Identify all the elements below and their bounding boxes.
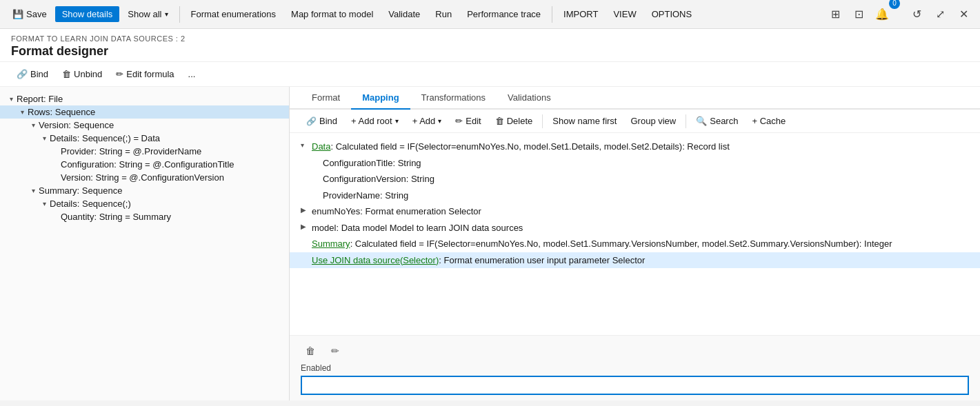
pencil-icon: ✏ <box>116 69 123 79</box>
tree-label: Summary: Sequence <box>39 185 122 196</box>
validate-button[interactable]: Validate <box>381 6 427 22</box>
save-icon: 💾 <box>12 9 23 19</box>
grid-icon-button[interactable]: ⊞ <box>824 3 846 26</box>
notification-badge: 0 <box>889 0 900 9</box>
trash-icon: 🗑 <box>306 345 315 356</box>
bottom-delete-button[interactable]: 🗑 <box>301 341 320 361</box>
cache-button[interactable]: + Cache <box>746 114 791 128</box>
badge-container: 🔔 0 <box>871 3 904 26</box>
top-toolbar: 💾 Save Show details Show all ▾ Format en… <box>0 0 980 29</box>
tree-arrow: ▾ <box>301 140 312 149</box>
tree-label: Quantity: String = Summary <box>61 212 171 222</box>
more-button[interactable]: ... <box>183 67 201 81</box>
group-view-button[interactable]: Group view <box>625 114 681 128</box>
map-text: ConfigurationVersion: String <box>323 172 434 186</box>
edit-button[interactable]: ✏ Edit <box>450 114 486 128</box>
tree-item-rows-sequence[interactable]: ▾ Rows: Sequence <box>0 105 289 119</box>
chevron-down-icon: ▾ <box>165 10 168 18</box>
options-button[interactable]: OPTIONS <box>645 6 699 22</box>
underline-text: Summary <box>312 238 350 249</box>
unbind-button[interactable]: 🗑 Unbind <box>57 67 108 81</box>
show-all-button[interactable]: Show all ▾ <box>121 6 174 22</box>
main-layout: ▾ Report: File ▾ Rows: Sequence ▾ Versio… <box>0 87 980 400</box>
office-icon-button[interactable]: ⊡ <box>848 3 870 26</box>
underline-text: Data <box>312 141 330 152</box>
run-button[interactable]: Run <box>428 6 459 22</box>
map-text: ProviderName: String <box>323 189 408 203</box>
tree-arrow <box>312 189 323 190</box>
toolbar-separator <box>179 6 180 23</box>
delete-button[interactable]: 🗑 Delete <box>490 114 539 128</box>
tree-item-provider[interactable]: Provider: String = @.ProviderName <box>0 145 289 158</box>
tree-arrow: ▾ <box>6 95 17 103</box>
map-item-configtitle[interactable]: ConfigurationTitle: String <box>290 155 980 172</box>
tree-label: Version: Sequence <box>39 120 114 130</box>
map-item-enumnoyes[interactable]: ▶ enumNoYes: Format enumeration Selector <box>290 203 980 220</box>
tab-mapping[interactable]: Mapping <box>351 87 410 110</box>
show-name-first-button[interactable]: Show name first <box>547 114 622 128</box>
refresh-button[interactable]: ↺ <box>906 3 928 26</box>
tab-validations[interactable]: Validations <box>497 87 562 110</box>
map-item-configversion[interactable]: ConfigurationVersion: String <box>290 171 980 187</box>
mapping-separator-2 <box>686 114 686 128</box>
tree-item-version-string[interactable]: Version: String = @.ConfigurationVersion <box>0 171 289 184</box>
map-text: enumNoYes: Format enumeration Selector <box>312 205 481 219</box>
format-enumerations-button[interactable]: Format enumerations <box>184 6 283 22</box>
mapping-bind-button[interactable]: 🔗 Bind <box>301 114 343 128</box>
link-icon: 🔗 <box>306 116 317 126</box>
tree-arrow: ▾ <box>28 121 39 129</box>
tree-label: Report: File <box>17 94 63 104</box>
tree-item-quantity[interactable]: Quantity: String = Summary <box>0 210 289 223</box>
toolbar-separator-2 <box>552 6 552 23</box>
import-button[interactable]: IMPORT <box>557 6 605 22</box>
add-button[interactable]: + Add ▾ <box>407 114 448 128</box>
tree-item-details-sequence[interactable]: ▾ Details: Sequence(;) <box>0 197 289 210</box>
tree-label: Details: Sequence(;) <box>50 199 131 209</box>
underline-text: Use JOIN data source(Selector) <box>312 255 439 265</box>
tree-arrow <box>301 254 312 255</box>
map-text: ConfigurationTitle: String <box>323 156 421 170</box>
tab-transformations[interactable]: Transformations <box>410 87 497 110</box>
save-button[interactable]: 💾 Save <box>6 6 54 22</box>
performance-trace-button[interactable]: Performance trace <box>460 6 548 22</box>
tree-arrow <box>301 237 312 238</box>
tree-item-details-sequence-data[interactable]: ▾ Details: Sequence(;) = Data <box>0 132 289 145</box>
tree-arrow: ▶ <box>301 205 312 214</box>
tree-item-configuration[interactable]: Configuration: String = @.ConfigurationT… <box>0 158 289 171</box>
tree-arrow: ▾ <box>17 108 28 116</box>
tree-arrow <box>312 156 323 158</box>
tree-label: Rows: Sequence <box>28 107 95 117</box>
external-link-button[interactable]: ⤢ <box>929 3 951 26</box>
office-icon: ⊡ <box>854 8 863 21</box>
search-button[interactable]: 🔍 Search <box>690 114 743 128</box>
tree-item-report-file[interactable]: ▾ Report: File <box>0 92 289 105</box>
pencil-icon: ✏ <box>455 116 463 126</box>
bottom-icons: 🗑 ✏ <box>301 341 969 361</box>
tab-format[interactable]: Format <box>301 87 351 110</box>
breadcrumb: FORMAT TO LEARN JOIN DATA SOURCES : 2 <box>11 34 969 43</box>
bell-icon: 🔔 <box>875 8 889 21</box>
page-title: Format designer <box>11 44 969 59</box>
map-item-summary-calculated[interactable]: Summary: Calculated field = IF(Selector=… <box>290 236 980 252</box>
tree-item-summary-sequence[interactable]: ▾ Summary: Sequence <box>0 184 289 197</box>
show-details-button[interactable]: Show details <box>55 6 120 22</box>
view-button[interactable]: VIEW <box>606 6 643 22</box>
map-format-to-model-button[interactable]: Map format to model <box>284 6 380 22</box>
enabled-input[interactable] <box>301 376 969 395</box>
map-item-model[interactable]: ▶ model: Data model Model to learn JOIN … <box>290 220 980 236</box>
bottom-edit-button[interactable]: ✏ <box>326 341 345 361</box>
tree-arrow: ▾ <box>39 134 50 142</box>
enabled-label: Enabled <box>301 363 969 373</box>
mapping-toolbar: 🔗 Bind + Add root ▾ + Add ▾ ✏ Edit 🗑 Del… <box>290 110 980 133</box>
close-button[interactable]: ✕ <box>952 3 974 26</box>
edit-formula-button[interactable]: ✏ Edit formula <box>110 67 179 81</box>
map-item-data-calculated[interactable]: ▾ Data: Calculated field = IF(Selector=e… <box>290 139 980 155</box>
map-item-use-join[interactable]: Use JOIN data source(Selector): Format e… <box>290 252 980 269</box>
map-text: Summary: Calculated field = IF(Selector=… <box>312 237 892 251</box>
add-root-button[interactable]: + Add root ▾ <box>346 114 404 128</box>
close-icon: ✕ <box>959 8 968 21</box>
map-item-providername[interactable]: ProviderName: String <box>290 187 980 204</box>
bind-button[interactable]: 🔗 Bind <box>11 67 54 81</box>
external-link-icon: ⤢ <box>936 8 945 21</box>
tree-item-version-sequence[interactable]: ▾ Version: Sequence <box>0 119 289 132</box>
